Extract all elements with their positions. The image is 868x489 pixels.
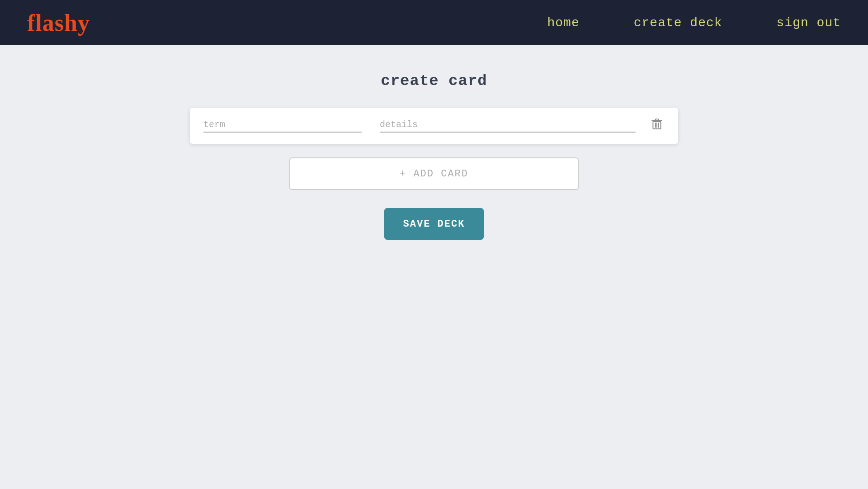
- save-deck-button[interactable]: SAVE DECK: [384, 208, 484, 240]
- home-link[interactable]: home: [547, 16, 580, 30]
- page-title: create card: [381, 72, 487, 90]
- brand-logo[interactable]: flashy: [27, 9, 90, 36]
- sign-out-link[interactable]: sign out: [777, 16, 841, 30]
- main-content: create card + ADD CARD SAVE DECK: [0, 45, 868, 240]
- card-row: [190, 108, 678, 144]
- navbar-links: home create deck sign out: [547, 16, 841, 30]
- details-input[interactable]: [380, 119, 636, 133]
- add-card-button[interactable]: + ADD CARD: [289, 157, 579, 190]
- delete-card-button[interactable]: [649, 116, 665, 135]
- navbar: flashy home create deck sign out: [0, 0, 868, 45]
- create-deck-link[interactable]: create deck: [634, 16, 722, 30]
- term-input[interactable]: [203, 119, 362, 133]
- trash-icon: [651, 118, 663, 131]
